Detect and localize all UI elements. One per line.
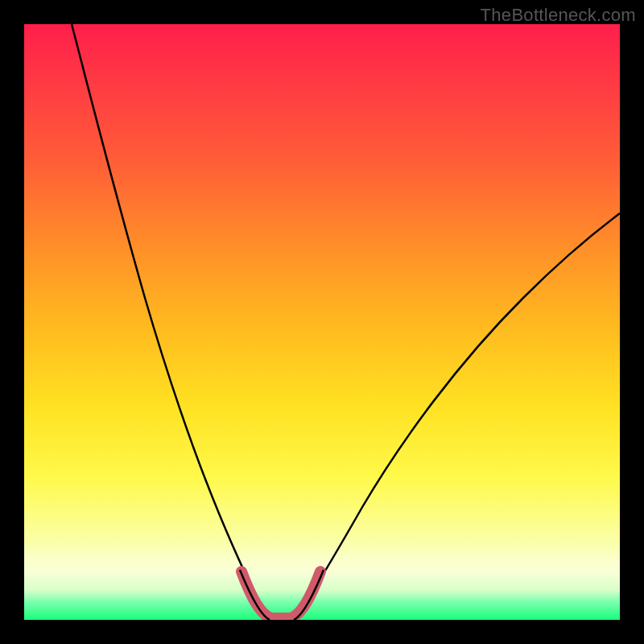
left-curve [72,24,270,620]
chart-root: { "watermark": "TheBottleneck.com", "col… [0,0,644,644]
watermark-text: TheBottleneck.com [481,5,636,26]
valley-highlight [242,572,320,618]
curve-layer [24,24,620,620]
plot-area [24,24,620,620]
right-curve [294,213,620,620]
